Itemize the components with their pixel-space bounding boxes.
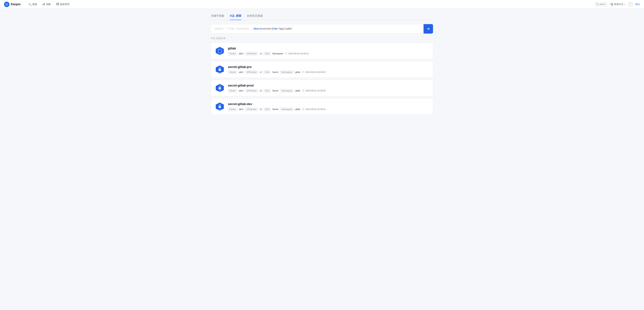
svg-point-2 [6,4,7,5]
svg-rect-8 [56,4,58,5]
sql-like-keyword: like [272,28,278,30]
sql-where-keyword: where [254,28,261,30]
sql-value-text: '%gitlab%' [278,28,293,30]
namespace-value: gitlab [296,108,300,110]
nav-item-insight[interactable]: 洞察 [40,1,53,7]
resource-icon-secret: secret [215,83,224,93]
svg-rect-12 [612,5,613,6]
table-row[interactable]: secret secret-gitlab-pre Cluster abc2 AP… [211,61,433,78]
svg-rect-11 [611,3,612,5]
search-prefix-text: select * from resources [214,28,249,30]
cluster-tag: Cluster [228,52,237,55]
help-button[interactable]: ? [628,2,632,7]
tab-sql[interactable]: SQL 搜索 [230,14,241,20]
language-switcher[interactable]: 简体中文 ▾ [610,3,625,6]
login-button[interactable]: 登出 [635,3,640,6]
search-submit-button[interactable] [424,24,433,34]
arrow-right-icon [426,27,430,31]
cluster-value: abc2 [239,52,243,55]
namespace-tag: Namespace [280,89,294,92]
kind-value: Secret [272,90,278,92]
api-tag: APIVersion [245,108,258,111]
language-text: 简体中文 [614,3,624,6]
api-tag: APIVersion [245,89,258,92]
svg-text:secret: secret [218,90,221,92]
result-list: ns gitlab Cluster abc2 APIVersion v1 Kin… [211,43,433,117]
kind-tag: Kind [264,71,271,74]
cluster-nav-icon [56,3,59,6]
svg-point-18 [220,70,220,70]
table-row[interactable]: secret secret-gitlab-dev Cluster abc2 AP… [211,98,433,115]
cluster-tag: Cluster [228,89,237,92]
svg-point-10 [597,4,597,4]
result-content: secret-gitlab-prod Cluster abc2 APIVersi… [228,84,429,92]
tab-keyword[interactable]: 关键字搜索 [211,14,224,20]
logo-text: Karpor [11,3,21,6]
clock-icon: ⏱ [302,89,304,92]
insight-nav-icon [42,3,45,6]
search-nav-icon: 🔍 [28,3,31,6]
api-value: v1 [260,108,262,110]
result-meta: Cluster abc2 APIVersion v1 Kind Namespac… [228,52,429,55]
clock-icon: ⏱ [302,71,304,74]
nav-search-label: 搜索 [32,3,37,6]
api-tag: APIVersion [245,52,258,55]
resource-icon-namespace: ns [215,46,224,56]
result-content: secret-gitlab-pre Cluster abc2 APIVersio… [228,65,429,74]
search-bar: select * from resources where content li… [211,24,433,34]
timestamp: ⏱ 2024-09-04 16:36:52 [302,89,326,92]
cluster-value: abc2 [239,108,243,110]
result-meta: Cluster abc2 APIVersion v1 Kind Secret N… [228,108,429,111]
result-count: 约有 搜索结果 [211,37,433,40]
svg-rect-3 [42,4,43,5]
result-content: gitlab Cluster abc2 APIVersion v1 Kind N… [228,47,429,55]
logo[interactable]: Karpor [4,2,21,7]
table-row[interactable]: ns gitlab Cluster abc2 APIVersion v1 Kin… [211,43,433,59]
api-value: v1 [260,90,262,92]
kind-value: Secret [272,71,278,73]
result-content: secret-gitlab-dev Cluster abc2 APIVersio… [228,102,429,111]
chevron-down-icon: ▾ [624,3,625,6]
kind-value: Namespace [272,52,283,55]
clock-icon: ⏱ [302,108,304,111]
namespace-tag: Namespace [280,108,294,111]
kind-tag: Kind [264,52,271,55]
version-badge[interactable]: v0.5.2 [594,2,608,7]
svg-rect-6 [56,3,58,4]
timestamp: ⏱ 2024-09-04 16:36:51 [285,52,309,55]
namespace-value: gitlab [296,90,300,92]
cluster-tag: Cluster [228,71,237,74]
header-right: v0.5.2 简体中文 ▾ ? 登出 [594,2,640,7]
cluster-value: abc2 [239,90,243,92]
result-name: gitlab [228,47,429,50]
result-meta: Cluster abc2 APIVersion v1 Kind Secret N… [228,71,429,74]
main-nav: 🔍 搜索 洞察 集群管理 [26,1,594,7]
cluster-value: abc2 [239,71,243,73]
namespace-tag: Namespace [280,71,294,74]
svg-rect-5 [44,3,45,5]
nav-cluster-label: 集群管理 [60,3,70,6]
sql-field-text: content [261,28,272,30]
karpor-logo-icon [4,2,10,7]
tab-natural[interactable]: 自然语言搜索 [247,14,263,20]
cluster-tag: Cluster [228,108,237,111]
search-input-area[interactable]: where content like '%gitlab%' [254,28,424,30]
svg-text:secret: secret [218,72,221,73]
svg-rect-7 [58,3,59,4]
nav-item-search[interactable]: 🔍 搜索 [26,2,40,7]
nav-item-cluster[interactable]: 集群管理 [54,1,72,7]
version-text: v0.5.2 [600,3,606,6]
header: Karpor 🔍 搜索 洞察 [0,0,644,9]
tag-icon [596,3,599,6]
svg-rect-9 [58,4,59,5]
nav-insight-label: 洞察 [46,3,51,6]
timestamp: ⏱ 2024-09-04 16:36:51 [302,108,326,111]
svg-point-22 [220,88,220,89]
table-row[interactable]: secret secret-gitlab-prod Cluster abc2 A… [211,80,433,96]
clock-icon: ⏱ [285,52,287,55]
timestamp: ⏱ 2024-09-04 16:36:52 [302,71,326,74]
svg-point-26 [220,107,220,107]
svg-text:secret: secret [218,109,221,110]
kind-tag: Kind [264,108,271,111]
svg-text:ns: ns [219,53,220,55]
